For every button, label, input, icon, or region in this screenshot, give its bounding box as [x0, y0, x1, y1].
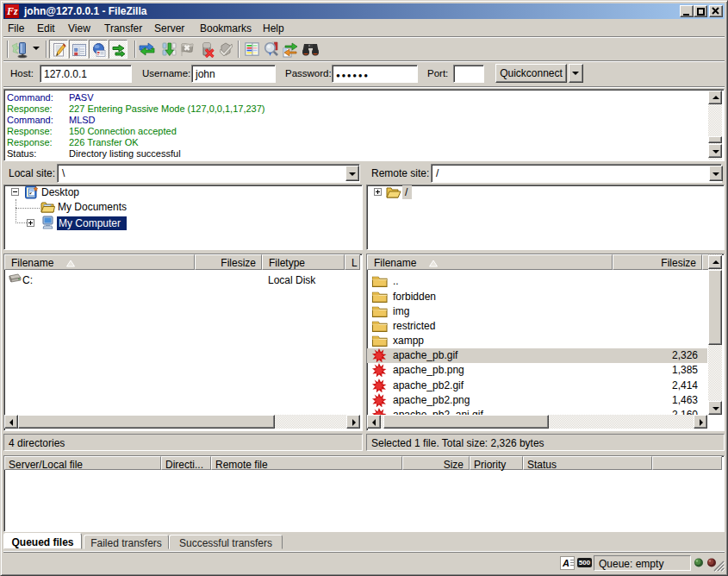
svg-text:Fz: Fz — [6, 5, 18, 17]
